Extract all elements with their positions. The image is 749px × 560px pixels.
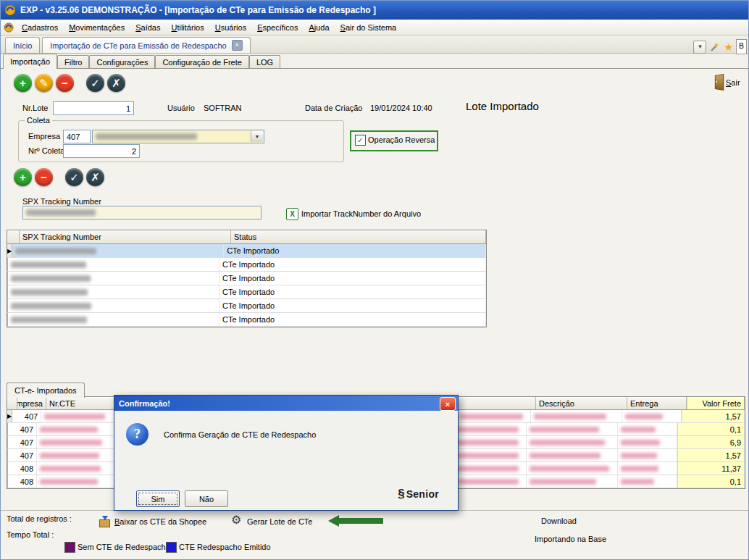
valor-frete-column-header[interactable]: Valor Frete	[687, 397, 745, 409]
tracking-cell	[8, 272, 219, 285]
table-row[interactable]: CTe Importado	[7, 258, 486, 272]
status-cell: CTe Importado	[219, 258, 486, 271]
menu-movimentacoes[interactable]: Movimentações	[64, 22, 130, 33]
tab-log[interactable]: LOG	[249, 55, 280, 69]
chevron-down-icon[interactable]: ▾	[693, 41, 706, 54]
tab-inicio[interactable]: Início	[5, 37, 40, 53]
nro-coleta-label: Nrº Coleta	[28, 146, 64, 155]
nro-coleta-field[interactable]: 2	[63, 144, 140, 158]
status-column-header[interactable]: Status	[231, 230, 486, 243]
nr-lote-field[interactable]: 1	[53, 101, 134, 115]
redacted-text	[40, 466, 101, 472]
exit-door-icon[interactable]	[713, 75, 724, 88]
tools-icon[interactable]	[709, 41, 721, 53]
table-row[interactable]: CTe Importado	[7, 285, 486, 299]
redacted-text	[11, 275, 91, 282]
tab-bar-actions: ▾ ★ B	[693, 39, 747, 54]
confirm-tracking-button[interactable]: ✓	[65, 168, 83, 186]
confirmation-dialog: Confirmação! × ? Confirma Geração de CTE…	[114, 395, 459, 511]
redacted-text	[530, 427, 599, 432]
table-row[interactable]: CTe Importado	[7, 313, 486, 327]
dialog-title: Confirmação!	[119, 399, 170, 408]
title-bar: EXP - v3.25.06 DEMONSTRAÇÃO - [Importaçã…	[1, 1, 748, 20]
redacted-text	[11, 317, 87, 323]
favorites-star-icon[interactable]: ★	[724, 41, 733, 53]
status-cell: CTe Importado	[219, 313, 486, 326]
tab-importacao-cte[interactable]: Importação de CTe para Emissão de Redesp…	[42, 37, 250, 53]
redacted-text	[621, 440, 660, 446]
redacted-text	[459, 414, 523, 419]
operacao-reversa-checkbox[interactable]: ✓	[355, 135, 366, 146]
status-cell: CTe Importado	[219, 299, 486, 312]
spx-tracking-input[interactable]	[22, 206, 261, 220]
cancel-button[interactable]: ✗	[107, 74, 125, 92]
empresa-dropdown-icon[interactable]: ▼	[251, 131, 263, 142]
empresa-column-header[interactable]: Empresa	[17, 397, 46, 409]
delete-button[interactable]: −	[56, 74, 74, 92]
table-row[interactable]: CTe Importado	[7, 299, 486, 313]
table-row[interactable]: ▶ CTe Importado	[7, 244, 486, 258]
empresa-cell: 407	[8, 436, 37, 448]
importar-tracknumber-link[interactable]: Importar TrackNumber do Arquivo	[301, 209, 421, 218]
redacted-text	[11, 262, 86, 268]
dialog-close-icon[interactable]: ×	[440, 397, 456, 411]
menu-ajuda[interactable]: Ajuda	[304, 22, 334, 33]
tracking-cell	[12, 244, 224, 257]
entrega-column-header[interactable]: Entrega	[627, 397, 687, 409]
excel-icon[interactable]: X	[286, 208, 298, 220]
empresa-label: Empresa	[28, 132, 60, 141]
no-button[interactable]: Não	[185, 490, 228, 507]
redacted-text	[455, 466, 519, 472]
tab-inicio-label: Início	[13, 41, 32, 50]
tab-configuracao-frete[interactable]: Configuração de Frete	[155, 55, 248, 69]
gerar-lote-cte-button[interactable]: Gerar Lote de CTe	[247, 517, 313, 526]
nr-lote-label: Nr.Lote	[22, 104, 48, 112]
dialog-message: Confirma Geração de CTE de Redespacho	[164, 430, 316, 439]
yes-button[interactable]: Sim	[136, 490, 180, 507]
empresa-cell: 407	[12, 410, 41, 422]
download-shopee-icon[interactable]	[99, 516, 110, 527]
redacted-text	[15, 248, 96, 254]
menu-saidas[interactable]: Saídas	[130, 22, 165, 33]
delete-tracking-button[interactable]: −	[35, 168, 53, 186]
menu-sair-do-sistema[interactable]: Sair do Sistema	[335, 22, 402, 33]
app-menu-icon[interactable]	[4, 22, 14, 33]
menu-cadastros[interactable]: Cadastros	[17, 22, 63, 33]
spx-tracking-label: SPX Tracking Number	[22, 197, 101, 206]
confirm-button[interactable]: ✓	[86, 74, 104, 92]
add-button[interactable]: +	[14, 74, 32, 92]
add-tracking-button[interactable]: +	[14, 168, 32, 186]
tab-configuracoes[interactable]: Configurações	[89, 55, 155, 69]
menu-especificos[interactable]: Específicos	[252, 22, 303, 33]
empresa-combobox[interactable]: ▼	[92, 130, 264, 143]
nro-coleta-value: 2	[132, 147, 136, 156]
sair-button[interactable]: Sair	[726, 78, 740, 87]
redacted-text	[40, 479, 98, 485]
empresa-code-field[interactable]: 407	[63, 130, 91, 143]
cancel-tracking-button[interactable]: ✗	[86, 168, 104, 186]
menu-usuarios[interactable]: Usuários	[210, 22, 251, 33]
table-row[interactable]: CTe Importado	[7, 272, 486, 285]
tracking-column-header[interactable]: SPX Tracking Number	[20, 230, 231, 243]
entrega-cell	[622, 410, 682, 422]
menu-utilitarios[interactable]: Utilitários	[166, 22, 209, 33]
descricao-column-header[interactable]: Descrição	[536, 397, 627, 409]
gear-icon[interactable]: ⚙	[231, 514, 241, 526]
redacted-text	[621, 479, 654, 485]
empresa-cell: 407	[8, 449, 37, 461]
tab-cte-importados[interactable]: CT-e- Importados	[7, 383, 85, 398]
clipped-button[interactable]: B	[736, 39, 747, 54]
nr-lote-value: 1	[126, 104, 130, 113]
tab-filtro[interactable]: Filtro	[57, 55, 89, 69]
row-indicator: ▶	[7, 244, 12, 257]
edit-button[interactable]: ✎	[35, 74, 53, 92]
empresa-cell: 407	[8, 423, 37, 435]
redacted-text	[530, 466, 609, 472]
valor-frete-cell: 1,57	[677, 449, 745, 461]
baixar-cte-shopee-button[interactable]: Baixar os CTE da Shopee	[114, 517, 206, 526]
tab-importacao[interactable]: Importação	[3, 54, 57, 69]
close-tab-icon[interactable]: ×	[232, 40, 243, 51]
dialog-title-bar[interactable]: Confirmação!	[114, 396, 458, 411]
tracking-cell	[8, 285, 219, 298]
redacted-text	[456, 440, 519, 446]
